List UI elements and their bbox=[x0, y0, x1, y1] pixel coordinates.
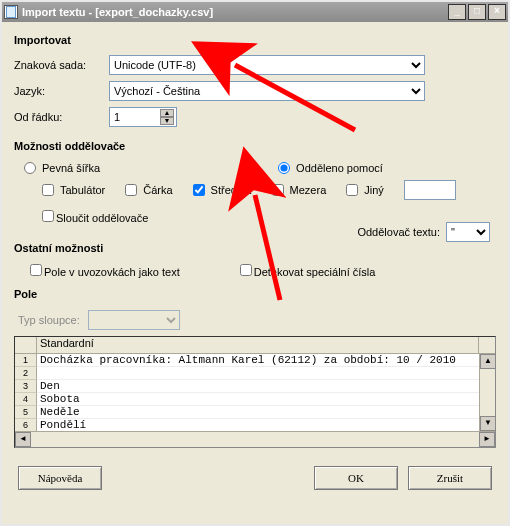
section-import-heading: Importovat bbox=[14, 34, 496, 46]
titlebar: Import textu - [export_dochazky.csv] _ □… bbox=[2, 2, 508, 22]
close-button[interactable]: × bbox=[488, 4, 506, 20]
rownum-cell: 6 bbox=[15, 419, 37, 431]
charset-select[interactable]: Unicode (UTF-8) bbox=[109, 55, 425, 75]
check-detect-numbers[interactable]: Detekovat speciální čísla bbox=[240, 264, 376, 278]
spin-up-icon[interactable]: ▲ bbox=[160, 109, 174, 117]
document-icon bbox=[4, 5, 18, 19]
horizontal-scrollbar[interactable]: ◄ ► bbox=[15, 431, 495, 447]
check-comma[interactable]: Čárka bbox=[125, 184, 172, 196]
scroll-left-icon[interactable]: ◄ bbox=[15, 432, 31, 447]
fromrow-spinner[interactable]: 1 ▲ ▼ bbox=[109, 107, 177, 127]
spin-down-icon[interactable]: ▼ bbox=[160, 117, 174, 125]
vertical-scrollbar[interactable]: ▲ ▼ bbox=[479, 354, 495, 431]
maximize-button[interactable]: □ bbox=[468, 4, 486, 20]
rownum-header bbox=[15, 337, 37, 353]
rownum-cell: 4 bbox=[15, 393, 37, 406]
section-other-heading: Ostatní možnosti bbox=[14, 242, 496, 254]
data-cell: Den bbox=[37, 380, 495, 393]
check-quoted-as-text[interactable]: Pole v uvozovkách jako text bbox=[30, 264, 180, 278]
column-type-select bbox=[88, 310, 180, 330]
check-other[interactable]: Jiný bbox=[346, 184, 384, 196]
table-row[interactable]: 2 bbox=[15, 367, 495, 380]
check-merge-delimiters[interactable]: Sloučit oddělovače bbox=[42, 210, 148, 224]
column-type-label: Typ sloupce: bbox=[18, 314, 80, 326]
section-fields-heading: Pole bbox=[14, 288, 496, 300]
check-tab[interactable]: Tabulátor bbox=[42, 184, 105, 196]
data-cell: Docházka pracovníka: Altmann Karel (6211… bbox=[37, 354, 495, 367]
table-row[interactable]: 4Sobota bbox=[15, 393, 495, 406]
preview-grid[interactable]: Standardní 1Docházka pracovníka: Altmann… bbox=[14, 336, 496, 448]
check-space[interactable]: Mezera bbox=[272, 184, 327, 196]
dialog-window: Import textu - [export_dochazky.csv] _ □… bbox=[0, 0, 510, 526]
radio-delimited[interactable]: Odděleno pomocí bbox=[278, 162, 383, 174]
other-delimiter-input[interactable] bbox=[404, 180, 456, 200]
rownum-cell: 5 bbox=[15, 406, 37, 419]
rownum-cell: 2 bbox=[15, 367, 37, 380]
table-row[interactable]: 1Docházka pracovníka: Altmann Karel (621… bbox=[15, 354, 495, 367]
dialog-content: Importovat Znaková sada: Unicode (UTF-8)… bbox=[2, 22, 508, 524]
table-row[interactable]: 5Neděle bbox=[15, 406, 495, 419]
fromrow-value: 1 bbox=[112, 111, 120, 123]
data-cell: Pondělí bbox=[37, 419, 495, 431]
help-button[interactable]: Nápověda bbox=[18, 466, 102, 490]
scroll-right-icon[interactable]: ► bbox=[479, 432, 495, 447]
ok-button[interactable]: OK bbox=[314, 466, 398, 490]
rownum-cell: 3 bbox=[15, 380, 37, 393]
table-row[interactable]: 3Den bbox=[15, 380, 495, 393]
cancel-button[interactable]: Zrušit bbox=[408, 466, 492, 490]
language-label: Jazyk: bbox=[14, 85, 109, 97]
scroll-up-icon[interactable]: ▲ bbox=[480, 354, 496, 369]
column-header-standard[interactable]: Standardní bbox=[37, 337, 479, 353]
data-cell bbox=[37, 367, 495, 380]
language-select[interactable]: Výchozí - Čeština bbox=[109, 81, 425, 101]
text-delimiter-label: Oddělovač textu: bbox=[357, 226, 440, 238]
text-delimiter-select[interactable]: " bbox=[446, 222, 490, 242]
check-semicolon[interactable]: Středník bbox=[193, 184, 252, 196]
fromrow-label: Od řádku: bbox=[14, 111, 109, 123]
data-cell: Sobota bbox=[37, 393, 495, 406]
rownum-cell: 1 bbox=[15, 354, 37, 367]
minimize-button[interactable]: _ bbox=[448, 4, 466, 20]
window-title: Import textu - [export_dochazky.csv] bbox=[22, 6, 213, 18]
section-separators-heading: Možnosti oddělovače bbox=[14, 140, 496, 152]
scroll-down-icon[interactable]: ▼ bbox=[480, 416, 496, 431]
table-row[interactable]: 6Pondělí bbox=[15, 419, 495, 431]
charset-label: Znaková sada: bbox=[14, 59, 109, 71]
radio-fixed-width[interactable]: Pevná šířka bbox=[24, 162, 100, 174]
data-cell: Neděle bbox=[37, 406, 495, 419]
